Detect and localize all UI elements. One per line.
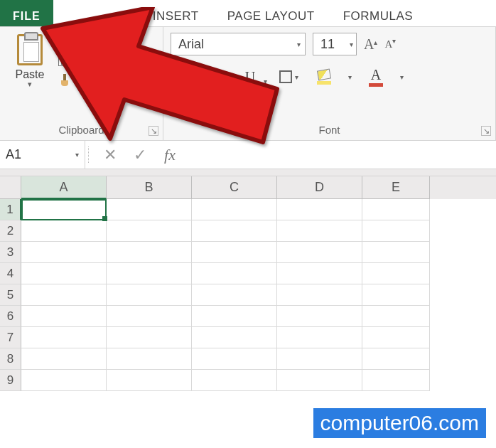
borders-button[interactable]: ▾: [277, 65, 300, 88]
cell-a1[interactable]: [21, 199, 107, 220]
cell-c7[interactable]: [192, 327, 277, 348]
cell-b1[interactable]: [107, 199, 192, 220]
cell-a9[interactable]: [21, 370, 107, 391]
cell-a7[interactable]: [21, 327, 107, 348]
cell-c4[interactable]: [192, 263, 277, 284]
tab-insert[interactable]: INSERT: [139, 0, 213, 26]
cell-d9[interactable]: [277, 370, 362, 391]
chevron-down-icon[interactable]: ▾: [295, 73, 298, 81]
tab-page-layout[interactable]: PAGE LAYOUT: [213, 0, 329, 26]
chevron-down-icon: ▾: [297, 41, 301, 48]
font-launcher[interactable]: ↘: [481, 126, 491, 136]
fill-color-button[interactable]: [313, 65, 335, 88]
cell-d4[interactable]: [277, 263, 362, 284]
row-header-1[interactable]: 1: [0, 199, 21, 220]
cell-b7[interactable]: [107, 327, 192, 348]
row-header-7[interactable]: 7: [0, 327, 21, 348]
cell-b9[interactable]: [107, 370, 192, 391]
font-color-button[interactable]: A: [365, 65, 387, 88]
row-header-6[interactable]: 6: [0, 306, 21, 327]
cell-e6[interactable]: [362, 306, 430, 327]
cell-b5[interactable]: [107, 284, 192, 306]
chevron-down-icon[interactable]: ▾: [264, 78, 267, 85]
cell-a2[interactable]: [21, 220, 107, 242]
row-header-8[interactable]: 8: [0, 348, 21, 370]
underline-button[interactable]: U ▾: [242, 65, 264, 88]
chevron-down-icon[interactable]: ▾: [75, 151, 79, 159]
cell-e1[interactable]: [362, 199, 430, 220]
cut-button[interactable]: Cut: [58, 34, 156, 47]
row-header-2[interactable]: 2: [0, 220, 21, 242]
cell-a8[interactable]: [21, 348, 107, 370]
cell-e8[interactable]: [362, 348, 430, 370]
scissors-icon: [58, 34, 71, 47]
cell-c1[interactable]: [192, 199, 277, 220]
insert-function-button[interactable]: fx: [155, 141, 185, 169]
tab-home-hidden: [53, 0, 139, 26]
cell-e7[interactable]: [362, 327, 430, 348]
shrink-font-button[interactable]: A▾: [384, 38, 396, 50]
caret-down-icon: ▾: [392, 37, 396, 45]
cell-b6[interactable]: [107, 306, 192, 327]
cell-e9[interactable]: [362, 370, 430, 391]
column-header-b[interactable]: B: [107, 176, 192, 199]
cell-b8[interactable]: [107, 348, 192, 370]
cell-d7[interactable]: [277, 327, 362, 348]
bold-button[interactable]: B: [171, 65, 193, 88]
cell-e3[interactable]: [362, 242, 430, 263]
font-size-select[interactable]: 11 ▾: [313, 33, 357, 55]
paste-dropdown-icon[interactable]: ▾: [28, 80, 32, 89]
group-font: Arial ▾ 11 ▾ A▴ A▾ B I U ▾ ▾: [163, 27, 496, 140]
formula-enter-button[interactable]: ✓: [125, 141, 155, 169]
column-header-e[interactable]: E: [362, 176, 430, 199]
tab-formulas[interactable]: FORMULAS: [329, 0, 427, 26]
formula-cancel-button[interactable]: ✕: [95, 141, 125, 169]
border-icon: [279, 70, 292, 83]
cell-c2[interactable]: [192, 220, 277, 242]
cell-c3[interactable]: [192, 242, 277, 263]
font-color-dropdown[interactable]: ▾: [400, 73, 404, 81]
cell-c8[interactable]: [192, 348, 277, 370]
font-name-select[interactable]: Arial ▾: [171, 33, 306, 55]
cell-e2[interactable]: [362, 220, 430, 242]
brush-icon: [58, 74, 71, 87]
column-header-d[interactable]: D: [277, 176, 362, 199]
cell-e4[interactable]: [362, 263, 430, 284]
row-header-5[interactable]: 5: [0, 284, 21, 306]
cell-d3[interactable]: [277, 242, 362, 263]
clipboard-launcher[interactable]: ↘: [149, 126, 158, 136]
cell-d5[interactable]: [277, 284, 362, 306]
grow-font-button[interactable]: A▴: [364, 36, 377, 53]
cell-c6[interactable]: [192, 306, 277, 327]
formula-input[interactable]: [185, 141, 496, 169]
copy-button[interactable]: Copy ▾: [58, 54, 156, 67]
copy-dropdown-icon[interactable]: ▾: [107, 57, 111, 65]
column-header-c[interactable]: C: [192, 176, 277, 199]
name-box-value: A1: [6, 147, 21, 162]
format-painter-button[interactable]: Format Painter: [58, 74, 156, 87]
row-header-9[interactable]: 9: [0, 370, 21, 391]
cell-c5[interactable]: [192, 284, 277, 306]
cell-a5[interactable]: [21, 284, 107, 306]
cell-a3[interactable]: [21, 242, 107, 263]
cell-d2[interactable]: [277, 220, 362, 242]
cell-b4[interactable]: [107, 263, 192, 284]
italic-button[interactable]: I: [206, 65, 229, 88]
cell-b2[interactable]: [107, 220, 192, 242]
fill-color-swatch: [317, 81, 331, 85]
column-header-a[interactable]: A: [21, 176, 107, 199]
cell-e5[interactable]: [362, 284, 430, 306]
cell-d6[interactable]: [277, 306, 362, 327]
cell-d1[interactable]: [277, 199, 362, 220]
tab-file[interactable]: FILE: [0, 0, 53, 26]
name-box[interactable]: A1 ▾: [0, 141, 85, 169]
row-header-4[interactable]: 4: [0, 263, 21, 284]
cell-a6[interactable]: [21, 306, 107, 327]
fill-color-dropdown[interactable]: ▾: [348, 73, 352, 81]
select-all-corner[interactable]: [0, 176, 21, 199]
cell-d8[interactable]: [277, 348, 362, 370]
row-header-3[interactable]: 3: [0, 242, 21, 263]
cell-b3[interactable]: [107, 242, 192, 263]
cell-a4[interactable]: [21, 263, 107, 284]
cell-c9[interactable]: [192, 370, 277, 391]
